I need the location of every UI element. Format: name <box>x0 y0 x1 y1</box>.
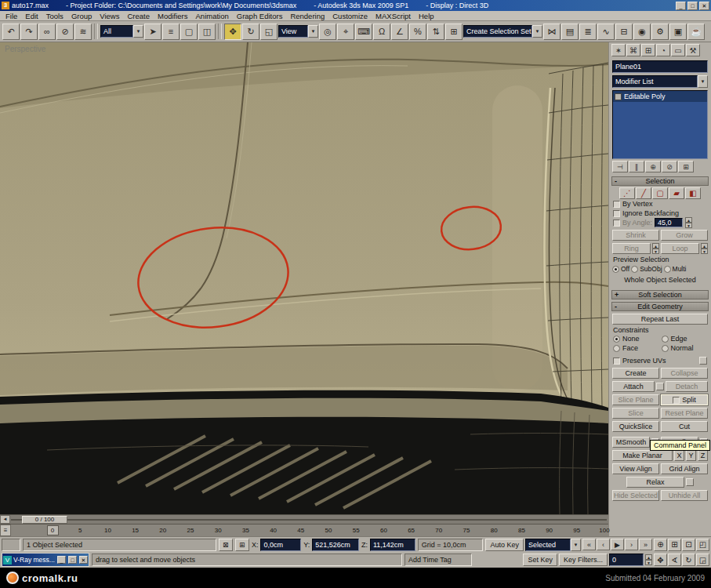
preview-off-radio[interactable] <box>612 266 619 273</box>
hide-selected-button[interactable]: Hide Selected <box>612 490 659 501</box>
set-key-button[interactable]: Set Key <box>523 554 557 566</box>
prev-frame-icon[interactable]: ‹ <box>597 539 610 550</box>
selection-lock-icon[interactable]: ⊠ <box>219 539 233 551</box>
time-slider-left-arrow-icon[interactable]: ◄ <box>0 515 10 524</box>
preview-multi-radio[interactable] <box>664 266 671 273</box>
undo-icon[interactable]: ↶ <box>2 24 20 40</box>
make-unique-icon[interactable]: ⊕ <box>645 161 661 172</box>
chevron-down-icon[interactable]: ▼ <box>133 25 143 38</box>
menu-item[interactable]: Animation <box>192 12 233 20</box>
unhide-all-button[interactable]: Unhide All <box>661 490 708 501</box>
track-bar[interactable]: ≡ 05101520253035404550556065707580859095… <box>0 524 608 536</box>
time-slider-handle[interactable]: 0 / 100 <box>22 516 67 524</box>
selection-filter-dropdown[interactable]: All ▼ <box>100 25 143 38</box>
percent-snap-icon[interactable]: % <box>409 24 426 40</box>
fov-icon[interactable]: ∢ <box>668 554 681 566</box>
menu-item[interactable]: Group <box>67 12 96 20</box>
curve-editor-icon[interactable]: ∿ <box>597 24 615 40</box>
time-slider[interactable]: ◄ 0 / 100 <box>0 514 608 524</box>
edge-icon[interactable]: ╱ <box>636 187 651 199</box>
constraint-edge-radio[interactable] <box>662 336 669 343</box>
angle-snap-icon[interactable]: ∠ <box>391 24 408 40</box>
shrink-button[interactable]: Shrink <box>612 230 659 241</box>
auto-key-button[interactable]: Auto Key <box>485 539 524 551</box>
ignore-backfacing-checkbox[interactable] <box>613 210 620 217</box>
collapse-button[interactable]: Collapse <box>661 368 708 379</box>
next-frame-icon[interactable]: › <box>625 539 638 550</box>
vray-message-window[interactable]: V V-Ray mess... _ □ ✕ <box>2 553 89 567</box>
key-filters-button[interactable]: Key Filters... <box>559 554 608 566</box>
vray-close-button[interactable]: ✕ <box>79 556 88 564</box>
modifier-stack-item[interactable]: Editable Poly <box>613 91 707 102</box>
chevron-down-icon[interactable]: ▼ <box>308 25 318 38</box>
schematic-view-icon[interactable]: ⊟ <box>615 24 633 40</box>
chevron-down-icon[interactable]: ▼ <box>698 75 708 88</box>
mini-curve-editor-icon[interactable]: ≡ <box>0 524 11 536</box>
repeat-last-button[interactable]: Repeat Last <box>612 314 708 325</box>
object-name-field[interactable]: Plane01 <box>612 60 708 73</box>
constraint-normal-radio[interactable] <box>662 345 669 352</box>
soft-selection-rollout-header[interactable]: + Soft Selection <box>611 290 709 299</box>
keyboard-override-icon[interactable]: ⌨ <box>355 24 372 40</box>
mirror-icon[interactable]: ⋈ <box>543 24 560 40</box>
menu-item[interactable]: Graph Editors <box>233 12 287 20</box>
menu-item[interactable]: Customize <box>328 12 372 20</box>
loop-button[interactable]: Loop <box>661 243 699 254</box>
cut-button[interactable]: Cut <box>661 421 708 432</box>
menu-item[interactable]: File <box>2 12 21 20</box>
render-setup-icon[interactable]: ⚙ <box>651 24 669 40</box>
viewport-canvas[interactable]: Perspective <box>0 42 608 514</box>
selection-rollout-header[interactable]: - Selection <box>611 176 709 186</box>
select-by-name-icon[interactable]: ≡ <box>162 24 180 40</box>
material-editor-icon[interactable]: ◉ <box>633 24 651 40</box>
select-manipulate-icon[interactable]: ⌖ <box>337 24 354 40</box>
reference-coordinate-dropdown[interactable]: View ▼ <box>278 25 318 38</box>
menu-item[interactable]: Create <box>123 12 154 20</box>
attach-settings-button[interactable] <box>656 383 664 390</box>
tab-hierarchy-icon[interactable]: ⊞ <box>641 44 655 56</box>
split-checkbox[interactable] <box>673 397 680 404</box>
polygon-icon[interactable]: ▰ <box>669 187 684 199</box>
zoom-region-icon[interactable]: ◰ <box>696 539 709 551</box>
constraint-face-radio[interactable] <box>613 345 620 352</box>
add-time-tag-field[interactable]: Add Time Tag <box>404 554 472 566</box>
by-vertex-checkbox[interactable] <box>613 201 620 208</box>
by-angle-spinner[interactable]: ▲▼ <box>685 217 692 228</box>
menu-item[interactable]: Help <box>415 12 438 20</box>
modifier-stack-item-label[interactable]: Editable Poly <box>624 93 666 100</box>
selection-filter-value[interactable]: All <box>100 25 133 38</box>
tab-create-icon[interactable]: ✶ <box>611 44 626 56</box>
relax-button[interactable]: Relax <box>626 477 684 488</box>
menu-item[interactable]: Rendering <box>286 12 328 20</box>
vertex-icon[interactable]: ⋰ <box>619 187 635 199</box>
spinner-snap-icon[interactable]: ⇅ <box>427 24 444 40</box>
snap-toggle-icon[interactable]: Ω <box>373 24 390 40</box>
pin-stack-icon[interactable]: ⊣ <box>612 161 628 172</box>
reference-coordinate-value[interactable]: View <box>278 25 308 38</box>
chevron-down-icon[interactable]: ▼ <box>532 25 542 38</box>
viewport-label[interactable]: Perspective <box>5 45 45 53</box>
pan-icon[interactable]: ✥ <box>654 554 667 566</box>
select-link-icon[interactable]: ∞ <box>38 24 56 40</box>
vray-minimize-button[interactable]: _ <box>57 556 66 564</box>
absolute-mode-icon[interactable]: ⊞ <box>235 539 249 551</box>
grow-button[interactable]: Grow <box>661 230 708 241</box>
maximize-viewport-icon[interactable]: ◲ <box>696 554 709 566</box>
preserve-uvs-settings-button[interactable] <box>699 357 707 365</box>
orbit-icon[interactable]: ↻ <box>682 554 695 566</box>
select-move-icon[interactable]: ✥ <box>224 24 241 40</box>
named-selection-set-value[interactable]: Create Selection Set <box>463 25 532 38</box>
play-icon[interactable]: ▶ <box>611 539 624 550</box>
grid-align-button[interactable]: Grid Align <box>661 463 708 474</box>
use-pivot-icon[interactable]: ◎ <box>319 24 336 40</box>
go-end-icon[interactable]: » <box>639 539 652 550</box>
time-slider-track[interactable] <box>11 519 607 521</box>
by-angle-checkbox[interactable] <box>613 220 620 227</box>
y-coordinate-field[interactable]: 521,526cm <box>312 539 359 551</box>
go-start-icon[interactable]: « <box>582 539 596 550</box>
preview-subobj-radio[interactable] <box>631 266 638 273</box>
frame-spinner[interactable]: ▲▼ <box>645 554 652 565</box>
slice-button[interactable]: Slice <box>612 408 659 419</box>
zoom-all-icon[interactable]: ⊞ <box>668 539 681 551</box>
planar-z-button[interactable]: Z <box>698 450 708 461</box>
